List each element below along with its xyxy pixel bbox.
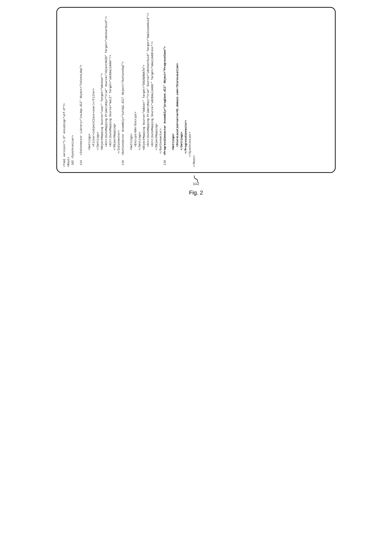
code-line: </Settings> (180, 13, 184, 167)
code-line: </ObjectMapping> (154, 13, 159, 167)
code-line: <Settings> (171, 13, 175, 167)
code-line: <Settings> (129, 13, 134, 167)
code-line: 118 <ProgressConnector Assembly="progCon… (163, 13, 171, 167)
code-line: <AttributeMapping PrimaryKey="true" Sour… (104, 13, 108, 167)
figure-label: Fig. 2 (189, 190, 203, 196)
code-line: </ProgressConnector> (184, 13, 188, 167)
code-line: 116 <OutConnector Assembly="outSql.dll" … (121, 13, 129, 167)
code-line: <?xml version="1.0" encoding="utf-8"?> (62, 13, 66, 167)
code-line: <AttributeMapping Source="udcEmailAddr" … (150, 13, 154, 167)
figure-frame: <?xml version="1.0" encoding="utf-8"?><R… (56, 7, 336, 173)
xml-code-block: <?xml version="1.0" encoding="utf-8"?><R… (62, 13, 328, 167)
callout-number: 112 (193, 182, 199, 186)
callout-reference: 112 (191, 175, 201, 186)
code-line: </OutConnector> (159, 13, 163, 167)
code-line: </ObjectMapping> (113, 13, 117, 167)
code-line: 102 <Synchronizer> (71, 13, 79, 167)
code-line: <Encrypt>ON</Encrypt> (134, 13, 138, 167)
code-line: </Synchronizer> (188, 13, 192, 167)
code-line: </InConnector> (117, 13, 121, 167)
reference-number: 116 (121, 160, 129, 165)
code-line: <Settings> (87, 13, 92, 167)
code-line: <AttributeMapping PrimaryKey="true" Sour… (146, 13, 150, 167)
reference-number: 118 (163, 160, 171, 165)
code-line: </Root> (192, 13, 196, 167)
code-line: </Settings> (96, 13, 100, 167)
reference-number: 102 (71, 160, 79, 165)
code-line: <StoreLocation>server01.domain.com</Stor… (175, 13, 180, 167)
code-line: <AttributeMapping Source="mail" Target="… (108, 13, 113, 167)
code-line: <ObjectMapping Source="user" Target="Udc… (100, 13, 104, 167)
code-line: <Root> (66, 13, 71, 167)
code-line: 114 <InConnector Library="inLdap.dll" Ob… (79, 13, 87, 167)
code-line: </Settings> (138, 13, 142, 167)
code-line: <ObjectMapping Source="AdUser" Target="O… (142, 13, 146, 167)
code-line: <Filter>(objectClass=user)</Filter> (92, 13, 96, 167)
reference-number: 114 (79, 160, 87, 165)
